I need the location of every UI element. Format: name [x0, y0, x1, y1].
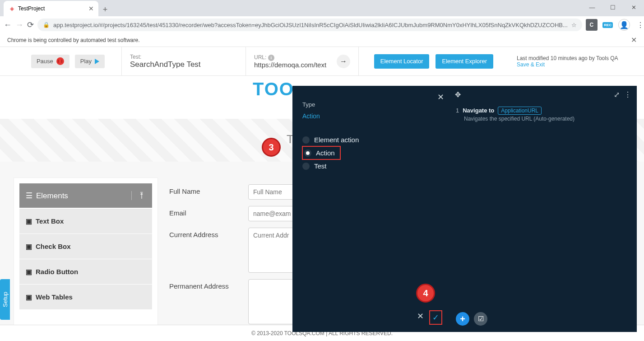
url-bar[interactable]: 🔒 app.testproject.io/#/projects/163245/t…	[37, 19, 582, 31]
sidebar-item-radiobutton[interactable]: ▣Radio Button	[19, 259, 152, 284]
window-close[interactable]: ✕	[623, 0, 644, 14]
extension-c-icon[interactable]: C	[586, 19, 598, 31]
tab-favicon-icon: ◈	[8, 5, 15, 12]
automation-notice-text: Chrome is being controlled by automated …	[7, 37, 139, 43]
option-test[interactable]: Test	[302, 159, 440, 173]
sidebar-item-webtables[interactable]: ▣Web Tables	[19, 284, 152, 309]
move-icon[interactable]: ✥	[455, 90, 461, 99]
sidebar-item-textbox[interactable]: ▣Text Box	[19, 208, 152, 234]
upload-icon: ⭱	[131, 191, 146, 200]
play-icon	[95, 59, 99, 64]
modified-info: Last modified 10 minutes ago by Tools QA…	[509, 47, 644, 75]
pause-button[interactable]: Pause	[31, 55, 69, 68]
url-value: https://demoqa.com/text	[254, 61, 350, 69]
test-label: Test:	[130, 54, 237, 60]
current-address-label: Current Address	[169, 228, 248, 238]
sidebar-header[interactable]: ☰Elements ⭱	[19, 183, 152, 208]
sidebar-header-label: Elements	[36, 192, 68, 200]
sidebar-item-checkbox[interactable]: ▣Check Box	[19, 234, 152, 259]
tabs-bar: ◈ TestProject ✕ +	[0, 0, 644, 16]
element-locator-button[interactable]: Element Locator	[374, 54, 430, 69]
option-element-action[interactable]: Element action	[302, 133, 440, 146]
full-name-label: Full Name	[169, 184, 248, 195]
last-modified-text: Last modified 10 minutes ago by Tools QA	[517, 55, 636, 61]
play-button[interactable]: Play	[75, 55, 105, 68]
url-info: URL: i https://demoqa.com/text →	[246, 47, 359, 75]
type-cancel-icon[interactable]: ✕	[417, 311, 424, 324]
tab-close-icon[interactable]: ✕	[88, 5, 94, 12]
callout-badge-4: 4	[416, 284, 435, 303]
new-tab-button[interactable]: +	[98, 3, 112, 16]
window-maximize[interactable]: ☐	[602, 0, 623, 14]
save-and-exit-link[interactable]: Save & Exit	[517, 61, 636, 68]
recorder-controls: Pause Play	[0, 47, 122, 75]
type-confirm-icon[interactable]: ✓	[430, 311, 441, 324]
window-minimize[interactable]: —	[582, 0, 602, 14]
record-dot-icon	[56, 57, 64, 65]
type-label: Type	[302, 101, 440, 108]
item-icon: ▣	[26, 243, 32, 251]
toolsqa-logo: TOO	[253, 79, 294, 99]
pause-label: Pause	[37, 58, 53, 65]
recorder-header: Pause Play Test: SearchAndType Test URL:…	[0, 47, 644, 76]
navigate-go-button[interactable]: →	[337, 55, 350, 68]
steps-panel-header: ✥ ⤢ ⋮	[449, 86, 637, 103]
lock-icon: 🔒	[43, 22, 50, 28]
menu-icon: ☰	[26, 192, 32, 200]
test-name: SearchAndType Test	[130, 60, 237, 69]
step-title: Navigate to	[463, 107, 494, 114]
browser-tab[interactable]: ◈ TestProject ✕	[4, 1, 98, 16]
info-icon[interactable]: i	[268, 55, 274, 61]
element-tools: Element Locator Element Explorer	[359, 47, 509, 75]
address-bar: ← → ⟳ 🔒 app.testproject.io/#/projects/16…	[0, 16, 644, 33]
collapse-icon[interactable]: ⤢	[614, 90, 620, 99]
step-number: 1	[456, 107, 459, 114]
type-dropdown[interactable]: Action	[302, 112, 440, 120]
play-label: Play	[80, 58, 92, 65]
item-icon: ▣	[26, 293, 32, 301]
automation-notice-close[interactable]: ✕	[631, 36, 637, 44]
multi-select-button[interactable]: ☑	[474, 312, 487, 326]
chrome-menu-icon[interactable]: ⋮	[635, 19, 644, 31]
radio-icon	[304, 149, 311, 157]
type-panel-footer: ✕ ✓	[417, 311, 441, 324]
item-icon: ▣	[26, 268, 32, 276]
steps-menu-icon[interactable]: ⋮	[624, 90, 631, 99]
callout-badge-3: 3	[262, 138, 281, 157]
browser-chrome: — ☐ ✕ ◈ TestProject ✕ + ← → ⟳ 🔒 app.test…	[0, 0, 644, 33]
reload-button[interactable]: ⟳	[27, 19, 34, 31]
step-description: Navigates the specified URL (Auto-genera…	[464, 116, 630, 122]
option-action[interactable]: Action	[302, 146, 340, 159]
radio-icon	[302, 163, 310, 170]
star-icon[interactable]: ☆	[571, 22, 577, 28]
setup-tab[interactable]: Setup	[0, 279, 10, 320]
steps-body: 1 Navigate to ApplicationURL Navigates t…	[449, 103, 637, 126]
radio-icon	[302, 136, 310, 144]
steps-panel-footer: + ☑	[456, 312, 487, 326]
element-explorer-button[interactable]: Element Explorer	[436, 54, 493, 69]
automation-notice-bar: Chrome is being controlled by automated …	[0, 33, 644, 47]
sidebar-panel: ☰Elements ⭱ ▣Text Box ▣Check Box ▣Radio …	[14, 178, 158, 331]
steps-panel: ✥ ⤢ ⋮ 1 Navigate to ApplicationURL Navig…	[449, 86, 637, 332]
type-panel-close-icon[interactable]: ✕	[437, 92, 444, 102]
window-controls: — ☐ ✕	[582, 0, 644, 14]
permanent-address-label: Permanent Address	[169, 279, 248, 290]
profile-icon[interactable]: 👤	[618, 19, 630, 31]
url-label: URL: i	[254, 54, 350, 61]
recorder-extension-icon[interactable]: REC	[602, 19, 614, 31]
chrome-extension-icons: C REC 👤 ⋮	[586, 19, 644, 31]
step-row[interactable]: 1 Navigate to ApplicationURL	[456, 107, 630, 115]
type-options: Element action Action Test	[302, 133, 440, 173]
url-text: app.testproject.io/#/projects/163245/tes…	[53, 22, 568, 28]
item-icon: ▣	[26, 217, 32, 225]
tab-title: TestProject	[18, 5, 45, 12]
add-step-button[interactable]: +	[456, 312, 469, 326]
back-button[interactable]: ←	[4, 19, 12, 31]
forward-button[interactable]: →	[15, 19, 23, 31]
step-param-chip: ApplicationURL	[498, 107, 542, 115]
email-label: Email	[169, 206, 248, 217]
test-info: Test: SearchAndType Test	[122, 47, 246, 75]
